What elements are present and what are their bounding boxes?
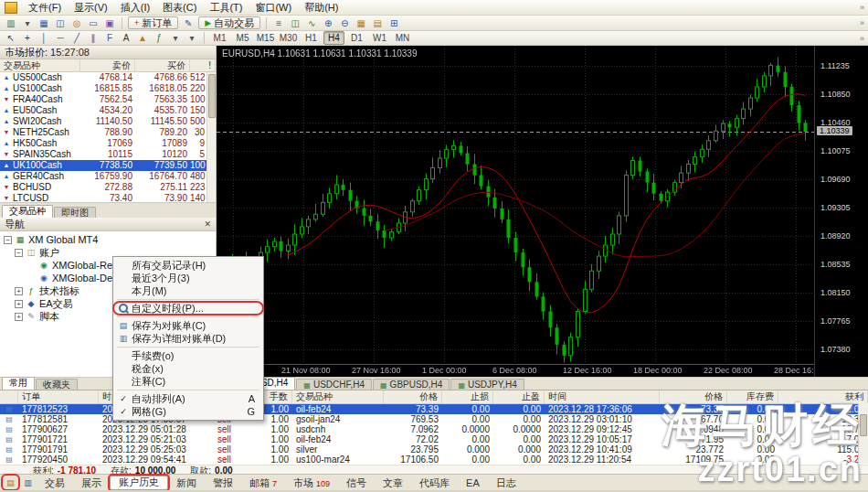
- market-watch-row-US100Cash[interactable]: ▲US100Cash16815.8516818.05220: [0, 83, 216, 94]
- terminal-col-4[interactable]: 交易品种: [292, 390, 384, 403]
- timeframe-w1[interactable]: W1: [369, 31, 390, 45]
- market-watch-col-2[interactable]: 买价: [135, 59, 190, 71]
- strategy-tester-icon[interactable]: ▣: [102, 16, 117, 29]
- context-menu-last-3-months[interactable]: 最近3个月(3): [113, 272, 263, 284]
- menu-tools[interactable]: 工具(T): [203, 0, 249, 16]
- market-watch-col-1[interactable]: 卖价: [80, 59, 135, 71]
- terminal-tab-账户历史[interactable]: 账户历史: [110, 476, 168, 490]
- market-watch-row-NETH25Cash[interactable]: ▼NETH25Cash788.90789.2030: [0, 127, 216, 138]
- market-watch-row-HK50Cash[interactable]: ▲HK50Cash17069170899: [0, 138, 216, 149]
- context-menu-custom-period[interactable]: 自定义时段(P)...: [113, 302, 263, 315]
- order-row-177920450[interactable]: ▤1779204502023.12.29 09:54:41sell1.00us1…: [0, 455, 868, 465]
- profiles-icon[interactable]: ▾: [20, 16, 35, 29]
- candlestick-icon[interactable]: ◫: [288, 16, 302, 29]
- terminal-col-6[interactable]: 止损: [442, 390, 493, 403]
- market-watch-row-LTCUSD[interactable]: ▼LTCUSD73.4073.90140: [0, 193, 216, 202]
- menu-charts[interactable]: 图表(C): [156, 0, 203, 16]
- cursor-icon[interactable]: ↖: [4, 32, 18, 45]
- order-row-177900627[interactable]: ▤1779006272023.12.29 05:01:28sell1.00usd…: [0, 424, 868, 434]
- context-menu-this-month[interactable]: 本月(M): [113, 284, 263, 297]
- market-watch-row-SPAIN35Cash[interactable]: ▼SPAIN35Cash10115101205: [0, 149, 216, 160]
- terminal-col-10[interactable]: 库存费: [727, 390, 778, 403]
- terminal-tab-警报[interactable]: 警报: [205, 476, 241, 489]
- zoom-out-icon[interactable]: ⊖: [337, 16, 352, 29]
- terminal-tab-交易[interactable]: 交易: [37, 476, 73, 489]
- timeframe-h1[interactable]: H1: [301, 31, 322, 45]
- market-watch-row-GER40Cash[interactable]: ▲GER40Cash16759.9016764.70480: [0, 171, 216, 182]
- terminal-small-icon[interactable]: ▤: [4, 476, 17, 488]
- candlestick-chart[interactable]: [217, 46, 814, 377]
- menu-view[interactable]: 显示(V): [68, 0, 114, 16]
- terminal-tab-市场[interactable]: 市场109: [285, 476, 338, 489]
- channel-icon[interactable]: ∥: [86, 32, 101, 45]
- horizontal-line-icon[interactable]: ─: [53, 32, 68, 45]
- order-row-177901721[interactable]: ▤1779017212023.12.29 05:21:03sell1.00oil…: [0, 434, 868, 444]
- terminal-tab-代码库[interactable]: 代码库: [411, 476, 458, 489]
- menu-window[interactable]: 窗口(W): [249, 0, 298, 16]
- timeframe-m5[interactable]: M5: [232, 31, 253, 45]
- terminal-col-11[interactable]: 获利: [778, 390, 868, 403]
- terminal-col-9[interactable]: 价格: [660, 390, 727, 403]
- context-menu-taxes[interactable]: 税金(x): [113, 362, 263, 375]
- terminal-col-5[interactable]: 价格: [384, 390, 442, 403]
- market-watch-row-UK100Cash[interactable]: ▲UK100Cash7738.507739.50100: [0, 160, 216, 171]
- shapes-icon[interactable]: ▲: [135, 32, 150, 45]
- market-watch-row-BCHUSD[interactable]: ▼BCHUSD272.88275.11223: [0, 182, 216, 193]
- menu-help[interactable]: 帮助(H): [298, 0, 344, 16]
- timeframe-m30[interactable]: M30: [278, 31, 299, 45]
- timeframe-m15[interactable]: M15: [255, 31, 276, 45]
- terminal-col-0[interactable]: 订单: [18, 390, 99, 403]
- fibonacci-icon[interactable]: F: [102, 32, 117, 45]
- expand-icon[interactable]: +: [15, 313, 23, 321]
- line-chart-icon[interactable]: ∿: [304, 16, 319, 29]
- timeframe-m1[interactable]: M1: [209, 31, 230, 45]
- timeframe-mn[interactable]: MN: [392, 31, 413, 45]
- menu-overflow-icon[interactable]: »: [860, 3, 868, 12]
- data-window-icon[interactable]: ◫: [53, 16, 68, 29]
- context-menu-save-as-report[interactable]: ▤保存为对账单(C): [113, 319, 263, 332]
- vertical-line-icon[interactable]: │: [37, 32, 51, 45]
- terminal-tab-信号[interactable]: 信号: [338, 476, 375, 489]
- terminal-tab-邮箱[interactable]: 邮箱7: [241, 476, 285, 489]
- toolbar-overflow-icon[interactable]: »: [860, 18, 868, 27]
- context-menu-comments[interactable]: 注释(C): [113, 375, 263, 388]
- arrange-icon[interactable]: ⊞: [386, 16, 401, 29]
- tab-即时图[interactable]: 即时图: [54, 207, 96, 218]
- zoom-in-icon[interactable]: ⊕: [321, 16, 335, 29]
- market-watch-icon[interactable]: ▦: [37, 16, 51, 29]
- terminal-tab-展示[interactable]: 展示: [73, 476, 110, 489]
- new-order-button[interactable]: + 新订单: [128, 16, 178, 29]
- collapse-icon[interactable]: −: [15, 249, 23, 257]
- context-menu-all-history[interactable]: 所有交易记录(H): [113, 259, 263, 272]
- tile-windows-icon[interactable]: ▦: [354, 16, 368, 29]
- text-icon[interactable]: A: [119, 32, 133, 45]
- chart-tab-GBPUSD,H4[interactable]: ▦GBPUSD,H4: [373, 379, 450, 390]
- trendline-icon[interactable]: ╱: [69, 32, 84, 45]
- navigator-root[interactable]: −▦XM Global MT4: [0, 233, 216, 246]
- tab-收藏夹[interactable]: 收藏夹: [36, 379, 78, 390]
- menu-insert[interactable]: 插入(I): [114, 0, 156, 16]
- templates-dropdown[interactable]: ▾: [185, 32, 199, 45]
- market-watch-row-EU50Cash[interactable]: ▲EU50Cash4534.204535.70150: [0, 105, 216, 116]
- tab-常用[interactable]: 常用: [2, 377, 35, 390]
- context-menu-commissions[interactable]: 手续费(o): [113, 349, 263, 362]
- timeframe-h4[interactable]: H4: [323, 31, 344, 45]
- terminal-col-8[interactable]: 时间: [545, 390, 660, 403]
- terminal-tab-新闻[interactable]: 新闻: [168, 476, 205, 489]
- tab-交易品种[interactable]: 交易品种: [2, 205, 53, 218]
- context-menu-auto-arrange[interactable]: ✓自动排列(A)A: [113, 392, 263, 405]
- expand-icon[interactable]: +: [15, 300, 23, 308]
- collapse-icon[interactable]: −: [4, 236, 12, 244]
- terminal-icon[interactable]: ▭: [86, 16, 101, 29]
- market-watch-row-SWI20Cash[interactable]: ▲SWI20Cash11140.5011145.50500: [0, 116, 216, 127]
- market-watch-row-US500Cash[interactable]: ▲US500Cash4768.144768.66512: [0, 72, 216, 83]
- terminal-tab-EA[interactable]: EA: [458, 476, 488, 489]
- autotrading-button[interactable]: ▶ 自动交易: [198, 16, 260, 29]
- indicator-list-dropdown[interactable]: ▾: [168, 32, 183, 45]
- chart-area[interactable]: EURUSD,H4 1.10631 1.10631 1.10331 1.1033…: [217, 46, 868, 377]
- order-row-177901791[interactable]: ▤1779017912023.12.29 05:25:03sell1.00sil…: [0, 444, 868, 455]
- market-watch-row-FRA40Cash[interactable]: ▼FRA40Cash7562.547563.35100: [0, 94, 216, 105]
- terminal-col-7[interactable]: 止盈: [493, 390, 545, 403]
- terminal-scrollbar[interactable]: [858, 403, 868, 464]
- chart-tab-USDCHF,H4[interactable]: ▦USDCHF,H4: [296, 379, 372, 390]
